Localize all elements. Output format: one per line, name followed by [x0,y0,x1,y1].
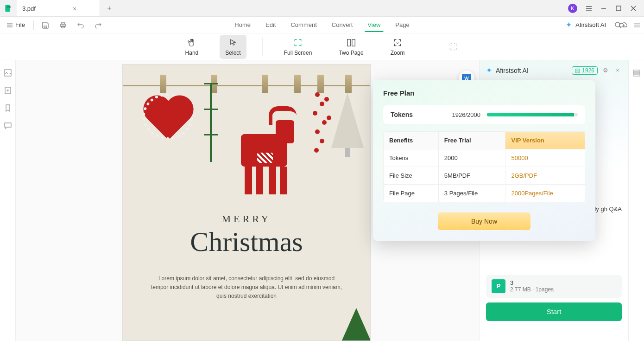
tool-fullscreen[interactable]: Full Screen [278,35,318,59]
sparkle-icon: ✦ [486,66,492,75]
svg-rect-8 [347,39,350,46]
ai-panel: W ✦ Afirstsoft AI ▤ 1926 ⚙ × Free Plan T… [479,60,628,341]
main-tabs: Home Edit Comment Convert View Page [234,17,410,33]
token-badge[interactable]: ▤ 1926 [572,66,598,75]
left-rail [0,60,16,341]
cursor-icon [229,38,237,48]
benefits-table: Benefits Free Trial VIP Version Tokens 2… [383,131,585,202]
settings-icon[interactable]: ⚙ [601,67,610,74]
divider [426,38,426,56]
ornament-corner-tree [338,308,371,341]
titlebar: 3.pdf × + K [0,0,644,17]
table-row: File Page 3 Pages/File 2000Pages/File [384,185,585,202]
svg-rect-0 [5,5,10,12]
tab-edit[interactable]: Edit [265,18,277,32]
pdf-file-icon: P [492,279,505,293]
twopage-icon [346,38,356,48]
tokens-row: Tokens 1926/2000 [383,105,585,124]
tokens-value: 1926/2000 [452,111,480,118]
ai-brand[interactable]: ✦ Afirstsoft AI [566,20,622,29]
main-area: MERRY Christmas Lorem ipsum dolor sit am… [0,60,644,341]
sparkle-icon: ✦ [566,20,572,29]
ornament-berries [306,88,334,162]
document-tab[interactable]: 3.pdf × [17,0,100,16]
undo-icon[interactable] [75,19,87,31]
file-meta: 2.77 MB · 1pages [510,286,554,293]
file-card: P 3 2.77 MB · 1pages [486,275,622,298]
tab-comment[interactable]: Comment [290,18,317,32]
text-merry: MERRY [123,213,370,225]
pdf-page: MERRY Christmas Lorem ipsum dolor sit am… [122,64,371,341]
fit-icon [448,42,458,52]
svg-rect-15 [633,75,640,76]
maximize-icon[interactable] [615,5,622,12]
tool-fit[interactable] [442,39,464,55]
user-avatar[interactable]: K [568,4,577,13]
start-button[interactable]: Start [486,302,622,321]
zoom-icon [393,38,402,48]
tool-zoom[interactable]: Zoom [385,35,410,59]
tokens-progress [487,113,578,116]
svg-rect-14 [633,72,640,74]
tool-select[interactable]: Select [220,35,246,59]
cloud-upload-icon[interactable] [619,21,628,29]
tab-page[interactable]: Page [394,18,410,32]
text-lorem: Lorem ipsum dolor sit amet, consectetur … [151,274,342,301]
tokens-label: Tokens [391,111,413,118]
settings-lines-icon[interactable] [634,22,640,28]
divider [33,20,34,30]
tool-twopage[interactable]: Two Page [333,35,369,59]
add-page-icon[interactable] [4,86,12,95]
menu-bar: File Home Edit Comment Convert View Page… [0,17,644,33]
file-menu[interactable]: File [4,20,28,29]
ornament-tree [331,92,364,157]
close-panel-icon[interactable]: × [613,67,622,74]
tab-close-icon[interactable]: × [73,5,76,13]
redo-icon[interactable] [92,19,104,31]
svg-rect-2 [616,6,621,11]
plan-title: Free Plan [383,89,585,97]
file-name: 3 [510,279,554,286]
comment-icon[interactable] [4,122,12,130]
properties-icon[interactable] [632,69,641,77]
svg-rect-3 [44,26,47,28]
tab-convert[interactable]: Convert [331,18,354,32]
hand-icon [187,38,196,48]
menu-icon [6,22,13,28]
ornament-heart [142,93,193,140]
tab-home[interactable]: Home [234,18,252,32]
tool-hand[interactable]: Hand [180,35,204,59]
svg-rect-1 [7,6,11,7]
right-rail [628,60,644,341]
window-controls: K [568,0,644,16]
col-free: Free Trial [438,132,505,149]
ornament-branch [197,83,225,171]
svg-rect-11 [5,70,11,76]
new-tab-button[interactable]: + [100,0,119,16]
ai-panel-title: Afirstsoft AI [496,67,529,74]
tab-view[interactable]: View [366,18,381,32]
hamburger-icon[interactable] [586,5,592,12]
table-row: File Size 5MB/PDF 2GB/PDF [384,167,585,185]
bookmark-icon[interactable] [4,104,12,112]
text-christmas: Christmas [123,226,370,258]
buy-now-button[interactable]: Buy Now [438,212,530,230]
divider [262,38,263,56]
minimize-icon[interactable] [600,5,607,12]
app-logo[interactable] [0,0,17,16]
print-icon[interactable] [57,19,69,31]
view-toolbar: Hand Select Full Screen Two Page Zoom [0,33,644,60]
col-vip: VIP Version [505,132,585,149]
svg-rect-9 [352,39,355,46]
fullscreen-icon [293,38,303,48]
table-row: Tokens 2000 50000 [384,149,585,167]
ornament-moose [232,106,297,194]
save-icon[interactable] [39,19,51,31]
tab-title: 3.pdf [22,5,36,12]
thumbnails-icon[interactable] [4,69,12,77]
plan-popup: Free Plan Tokens 1926/2000 Benefits Free… [373,80,595,241]
svg-rect-13 [633,70,640,71]
svg-point-10 [397,42,398,43]
col-benefits: Benefits [384,132,439,149]
close-window-icon[interactable] [630,5,637,12]
